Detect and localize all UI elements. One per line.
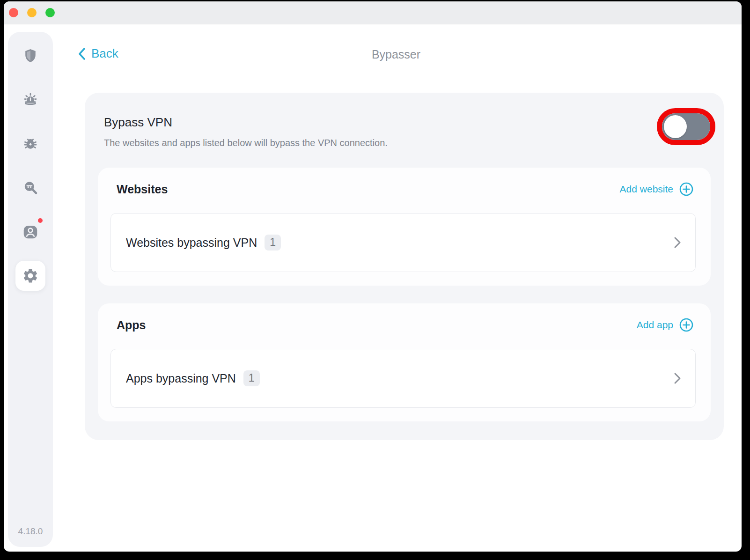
sidebar: 4.18.0 <box>8 32 53 547</box>
websites-bypassing-row[interactable]: Websites bypassing VPN 1 <box>110 213 696 272</box>
add-app-button[interactable]: Add app <box>637 317 694 332</box>
plus-circle-icon <box>679 182 694 197</box>
toggle-knob <box>664 115 687 138</box>
websites-section: Websites Add website Websites bypassing … <box>98 168 711 286</box>
zoom-window-button[interactable] <box>45 8 55 17</box>
apps-section: Apps Add app Apps bypassing VPN 1 <box>98 303 711 421</box>
apps-bypassing-row[interactable]: Apps bypassing VPN 1 <box>110 349 696 408</box>
bypass-vpn-description: The websites and apps listed below will … <box>104 138 388 148</box>
notification-dot <box>38 218 43 223</box>
close-window-button[interactable] <box>9 8 18 17</box>
app-version: 4.18.0 <box>18 526 43 537</box>
add-website-label: Add website <box>620 184 673 195</box>
chevron-right-icon <box>673 371 682 385</box>
sidebar-item-protection[interactable] <box>15 41 45 71</box>
sidebar-item-settings[interactable] <box>15 261 45 291</box>
sidebar-item-antivirus[interactable] <box>15 129 45 159</box>
websites-section-title: Websites <box>117 183 168 196</box>
apps-section-title: Apps <box>117 318 146 332</box>
add-app-label: Add app <box>637 319 673 331</box>
page-title: Bypasser <box>349 48 443 61</box>
incognito-search-icon <box>22 180 38 196</box>
minimize-window-button[interactable] <box>27 8 37 17</box>
annotation-red-circle <box>657 108 715 145</box>
siren-icon <box>22 92 38 108</box>
shield-icon <box>22 48 38 64</box>
sidebar-item-alerts[interactable] <box>15 85 45 115</box>
app-window: 4.18.0 Back Bypasser Bypass VPN The webs… <box>4 1 742 552</box>
websites-count-badge: 1 <box>265 235 281 250</box>
bypass-vpn-toggle[interactable] <box>662 113 710 140</box>
apps-bypassing-label: Apps bypassing VPN <box>126 372 236 385</box>
plus-circle-icon <box>679 317 694 332</box>
gear-icon <box>22 267 39 284</box>
websites-bypassing-label: Websites bypassing VPN <box>126 236 257 250</box>
account-icon <box>22 223 39 240</box>
apps-count-badge: 1 <box>243 370 260 386</box>
titlebar <box>4 1 742 24</box>
bypasser-card: Bypass VPN The websites and apps listed … <box>85 93 724 440</box>
sidebar-item-account[interactable] <box>15 217 45 247</box>
chevron-right-icon <box>673 236 682 250</box>
bug-icon <box>22 136 38 152</box>
chevron-left-icon <box>77 47 87 61</box>
sidebar-item-search[interactable] <box>15 173 45 203</box>
bypass-vpn-title: Bypass VPN <box>104 115 172 130</box>
back-button[interactable]: Back <box>77 46 118 61</box>
add-website-button[interactable]: Add website <box>620 182 694 197</box>
back-label: Back <box>91 46 118 61</box>
